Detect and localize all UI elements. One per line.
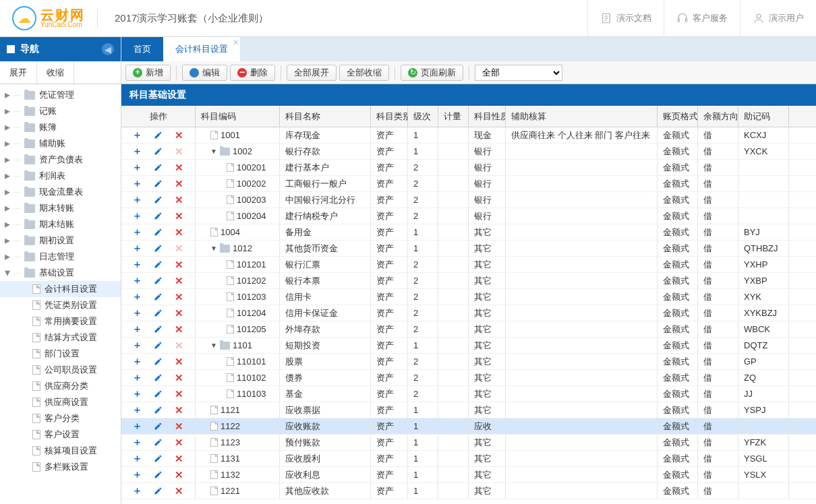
row-add-button[interactable]: ＋ — [131, 210, 144, 223]
row-delete-button[interactable]: ✕ — [173, 258, 186, 272]
expand-all-button[interactable]: 全部展开 — [287, 65, 337, 81]
row-add-button[interactable]: ＋ — [131, 339, 144, 352]
row-delete-button[interactable]: ✕ — [173, 210, 186, 223]
sidebar-subitem[interactable]: 常用摘要设置 — [0, 313, 121, 329]
row-edit-button[interactable] — [152, 404, 165, 417]
row-edit-button[interactable] — [152, 193, 165, 207]
row-delete-button[interactable]: ✕ — [173, 161, 186, 175]
table-row[interactable]: ＋ ✕ 100204 建行纳税专户 资产 2 银行 金额式 借 — [121, 208, 816, 224]
row-edit-button[interactable] — [152, 387, 165, 401]
row-edit-button[interactable] — [152, 226, 165, 239]
sidebar-subitem[interactable]: 结算方式设置 — [0, 329, 121, 346]
sidebar-item[interactable]: ▸⋯记账 — [0, 103, 121, 119]
expand-icon[interactable]: ▸ — [3, 252, 12, 261]
row-add-button[interactable]: ＋ — [131, 274, 144, 288]
row-edit-button[interactable] — [152, 177, 165, 191]
row-add-button[interactable]: ＋ — [131, 145, 144, 158]
row-edit-button[interactable] — [152, 274, 165, 288]
refresh-button[interactable]: 页面刷新 — [401, 65, 463, 81]
table-row[interactable]: ＋ ✕ 101205 外埠存款 资产 2 其它 金额式 借 WBCK — [121, 321, 816, 338]
expand-icon[interactable]: ▸ — [3, 220, 12, 229]
edit-button[interactable]: 编辑 — [182, 65, 227, 81]
row-add-button[interactable]: ＋ — [131, 420, 144, 433]
sidebar-item[interactable]: ▸⋯期末转账 — [0, 200, 121, 216]
table-row[interactable]: ＋ ✕ 1131 应收股利 资产 1 其它 金额式 借 YSGL — [121, 451, 816, 467]
table-row[interactable]: ＋ ✕ 101202 银行本票 资产 2 其它 金额式 借 YXBP — [121, 273, 816, 289]
row-edit-button[interactable] — [152, 145, 165, 158]
row-edit-button[interactable] — [152, 484, 165, 498]
row-delete-button[interactable]: ✕ — [173, 193, 186, 207]
delete-button[interactable]: 删除 — [230, 65, 275, 81]
row-add-button[interactable]: ＋ — [131, 226, 144, 239]
row-delete-button[interactable]: ✕ — [173, 468, 186, 482]
sidebar-subitem[interactable]: 部门设置 — [0, 346, 121, 362]
sidebar-subitem[interactable]: 会计科目设置 — [0, 281, 121, 297]
row-add-button[interactable]: ＋ — [131, 177, 144, 191]
expand-icon[interactable]: ▸ — [3, 203, 12, 213]
sidebar-item[interactable]: ▸⋯日志管理 — [0, 249, 121, 265]
row-edit-button[interactable] — [152, 129, 165, 142]
table-row[interactable]: ＋ ✕ 110102 债券 资产 2 其它 金额式 借 ZQ — [121, 370, 816, 386]
row-add-button[interactable]: ＋ — [131, 161, 144, 175]
add-button[interactable]: 新增 — [125, 65, 171, 81]
row-add-button[interactable]: ＋ — [131, 371, 144, 385]
collapse-icon[interactable]: ▼ — [210, 342, 217, 349]
row-add-button[interactable]: ＋ — [131, 387, 144, 401]
row-edit-button[interactable] — [152, 420, 165, 433]
sidebar-subitem[interactable]: 凭证类别设置 — [0, 297, 121, 313]
row-edit-button[interactable] — [152, 258, 165, 272]
row-delete-button[interactable]: ✕ — [173, 145, 186, 158]
row-add-button[interactable]: ＋ — [131, 242, 144, 255]
expand-icon[interactable]: ▸ — [3, 155, 12, 164]
row-add-button[interactable]: ＋ — [131, 355, 144, 369]
collapse-all-button[interactable]: 全部收缩 — [339, 65, 389, 81]
row-delete-button[interactable]: ✕ — [173, 339, 186, 352]
row-delete-button[interactable]: ✕ — [173, 436, 186, 449]
sidebar-item[interactable]: ▸⋯资产负债表 — [0, 152, 121, 168]
row-add-button[interactable]: ＋ — [131, 323, 144, 336]
row-edit-button[interactable] — [152, 339, 165, 352]
sidebar-subitem[interactable]: 客户设置 — [0, 427, 121, 443]
row-delete-button[interactable]: ✕ — [173, 177, 186, 191]
row-edit-button[interactable] — [152, 355, 165, 369]
row-delete-button[interactable]: ✕ — [173, 371, 186, 385]
table-row[interactable]: ＋ ✕ 1001 库存现金 资产 1 现金 供应商往来 个人往来 部门 客户往来… — [121, 127, 816, 144]
table-row[interactable]: ＋ ✕ 1121 应收票据 资产 1 其它 金额式 借 YSPJ — [121, 402, 816, 418]
row-delete-button[interactable]: ✕ — [173, 387, 186, 401]
row-add-button[interactable]: ＋ — [131, 436, 144, 449]
row-edit-button[interactable] — [152, 161, 165, 175]
row-edit-button[interactable] — [152, 468, 165, 482]
table-row[interactable]: ＋ ✕ 110103 基金 资产 2 其它 金额式 借 JJ — [121, 386, 816, 402]
row-delete-button[interactable]: ✕ — [173, 242, 186, 255]
row-delete-button[interactable]: ✕ — [173, 420, 186, 433]
sidebar-subitem[interactable]: 公司职员设置 — [0, 362, 121, 378]
row-add-button[interactable]: ＋ — [131, 307, 144, 320]
table-row[interactable]: ＋ ✕ 1132 应收利息 资产 1 其它 金额式 借 YSLX — [121, 467, 816, 483]
logo[interactable]: ☁ 云财网 YunCai5.Com — [0, 6, 97, 30]
table-row[interactable]: ＋ ✕ 100202 工商银行一般户 资产 2 银行 金额式 借 — [121, 176, 816, 192]
row-add-button[interactable]: ＋ — [131, 468, 144, 482]
table-row[interactable]: ＋ ✕ ▼1012 其他货币资金 资产 1 其它 金额式 借 QTHBZJ — [121, 241, 816, 257]
tab-home[interactable]: 首页 — [121, 37, 163, 61]
customer-service-button[interactable]: 客户服务 — [664, 0, 740, 37]
sidebar-item[interactable]: ▸⋯利润表 — [0, 168, 121, 184]
collapse-icon[interactable]: ▾ — [3, 268, 12, 278]
row-add-button[interactable]: ＋ — [131, 290, 144, 304]
sidebar-item[interactable]: ▸⋯期初设置 — [0, 232, 121, 249]
row-add-button[interactable]: ＋ — [131, 193, 144, 207]
sidebar-item[interactable]: ▸⋯账簿 — [0, 119, 121, 135]
tree-expand-button[interactable]: 展开 — [0, 61, 37, 84]
row-delete-button[interactable]: ✕ — [173, 452, 186, 466]
table-row[interactable]: ＋ ✕ 110101 股票 资产 2 其它 金额式 借 GP — [121, 354, 816, 370]
table-row[interactable]: ＋ ✕ ▼1002 银行存款 资产 1 银行 金额式 借 YXCK — [121, 144, 816, 160]
row-delete-button[interactable]: ✕ — [173, 484, 186, 498]
row-edit-button[interactable] — [152, 210, 165, 223]
demo-doc-button[interactable]: 演示文档 — [587, 0, 664, 37]
sidebar-item[interactable]: ▸⋯现金流量表 — [0, 184, 121, 200]
sidebar-item[interactable]: ▾⋯基础设置 — [0, 265, 121, 281]
table-row[interactable]: ＋ ✕ 101201 银行汇票 资产 2 其它 金额式 借 YXHP — [121, 257, 816, 273]
row-add-button[interactable]: ＋ — [131, 129, 144, 142]
table-row[interactable]: ＋ ✕ 1004 备用金 资产 1 其它 金额式 借 BYJ — [121, 224, 816, 241]
row-add-button[interactable]: ＋ — [131, 404, 144, 417]
row-add-button[interactable]: ＋ — [131, 258, 144, 272]
